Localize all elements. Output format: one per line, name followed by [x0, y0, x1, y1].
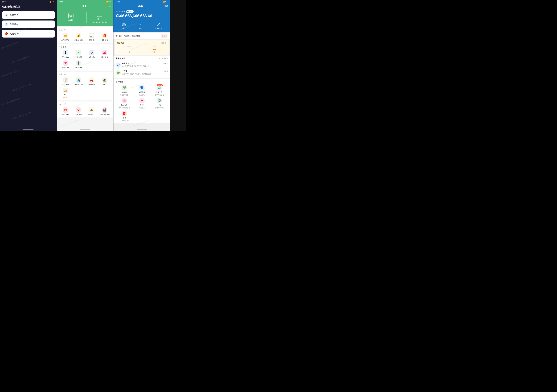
- rec-backup-icon: 💙: [139, 85, 145, 90]
- finance-section-title: 金融理财: [59, 29, 111, 31]
- panel-services: WWW.ABSKOOP.COM WWW.ABSKOOP.COM WWW.ABSK…: [57, 0, 114, 131]
- p2-bottom-bar: [57, 128, 113, 131]
- rights-received: 已领取 +0 元: [142, 45, 167, 53]
- status-bar: 20:05 ▲ 📶 56%: [0, 0, 57, 4]
- p3-back-button[interactable]: ‹: [115, 5, 116, 8]
- insurance-icon: 🎁: [102, 33, 107, 38]
- grid-item-jd[interactable]: 🐷 京东购物: [72, 107, 85, 116]
- service-rec-grid: 💚 充享惠 充值立享上折 💙 备用余额 江湖救急 🎣 每天开奖 钓鱼夺宝 赢99…: [115, 85, 168, 122]
- p3-status-bar: 20:06 ▲ 📶 55%: [114, 0, 170, 4]
- rec-item-redpacket[interactable]: 🧧 红包 送出暖暖心意: [115, 111, 133, 122]
- payment-icon: [68, 13, 74, 18]
- rights-received-unit: 元: [142, 51, 167, 53]
- meituan-icon: 🍱: [89, 107, 94, 113]
- bank-wallet-icon: [5, 32, 8, 35]
- grid-item-brand[interactable]: 🎀 品牌发现: [59, 107, 72, 116]
- brand-icon: 🎀: [63, 107, 68, 113]
- rec-item-transfer[interactable]: 💸 转账 智能批量转钱: [151, 98, 168, 109]
- status-time: 20:05: [2, 1, 6, 3]
- rec-item-flower[interactable]: 🌸 钧敕合花 立即开立支用合花: [115, 98, 133, 109]
- grid-item-train[interactable]: 🚄 火车票机票: [72, 77, 85, 86]
- alipay-wallet-name: 某宝钱包: [10, 23, 19, 26]
- rec-item-family[interactable]: ❤ 亲情卡 送给家人: [133, 98, 151, 109]
- rights-pending-value: 0: [117, 48, 142, 51]
- svg-point-4: [5, 33, 7, 34]
- grid-item-micro[interactable]: 💰 微粒贷借钱: [72, 33, 85, 41]
- grid-item-hotel[interactable]: 🏨 酒店: [98, 77, 111, 86]
- fish-icon: 🎣: [115, 62, 121, 68]
- wallet-item-bank[interactable]: 其它银行: [2, 30, 55, 38]
- p2-payment-item[interactable]: 收付款: [61, 13, 81, 22]
- rec-backup-name: 备用余额: [139, 91, 145, 93]
- shopping-grid: 🎀 品牌发现 🐷 京东购物 🍱 美团外卖 🎬 电影演出赛事: [59, 107, 111, 116]
- qcoin-icon: Q: [89, 50, 94, 55]
- grid-item-credit[interactable]: 💳 信用卡还款: [59, 33, 72, 41]
- p3-nav-title: 余额: [138, 5, 143, 8]
- grid-item-finance[interactable]: 📈 理财通: [85, 33, 98, 41]
- rec-item-enjoy[interactable]: 💚 充享惠 充值立享上折: [115, 85, 133, 96]
- p2-wallet-item[interactable]: 钱包 ¥666,666,666,666.66: [86, 12, 109, 23]
- withdraw-icon: ¥: [139, 22, 143, 27]
- popular-enjoy-action[interactable]: 去看看: [164, 70, 168, 73]
- p2-section-transport: 交通出行 🧭 出行服务 🚄 火车票机票 🚗 滴滴出行 🏨 酒店: [57, 72, 113, 100]
- grid-item-charity[interactable]: ❤ 腾讯公益: [59, 60, 72, 69]
- wallet-hero-icon: [97, 12, 102, 17]
- p2-section-life: 生活服务 📱 手机充值 ✔ 生活缴费 Q Q币充值 🏙 城市服务: [57, 44, 113, 71]
- p2-content: 金融理财 💳 信用卡还款 💰 微粒贷借钱 📈 理财通 🎁 保险服务: [57, 26, 113, 128]
- rec-family-icon: ❤: [139, 98, 145, 103]
- grid-item-medical[interactable]: ➕ 医疗健康: [72, 60, 85, 69]
- p2-back-button[interactable]: ‹: [59, 5, 60, 8]
- promo-goto-button[interactable]: 去看看: [161, 34, 168, 38]
- p3-manage-button[interactable]: 管理: [164, 5, 168, 8]
- micro-icon: 💰: [76, 33, 81, 38]
- rights-card: 额享权益 去查看 › 待领取 0 元 已领取 +0 元: [115, 40, 169, 55]
- medical-icon: ➕: [76, 60, 81, 66]
- grid-item-phone[interactable]: 📱 手机充值: [59, 50, 72, 58]
- promo-text: 🎁 你有一个9999元大红包待抽取: [115, 35, 140, 37]
- p2-more-button[interactable]: ···: [109, 5, 111, 8]
- eye-icon[interactable]: 👁: [123, 11, 125, 13]
- grid-item-qcoin[interactable]: Q Q币充值: [85, 50, 98, 58]
- wallet-item-weixin[interactable]: 某信钱包: [2, 11, 55, 19]
- rec-item-backup[interactable]: 💙 备用余额 江湖救急: [133, 85, 151, 96]
- grid-item-didi[interactable]: 🚗 滴滴出行: [85, 77, 98, 86]
- svg-text:支: 支: [5, 23, 8, 25]
- rec-family-sub: 送给家人: [139, 107, 145, 109]
- popular-item-enjoy[interactable]: 💚 充享惠 上海市***8 使用充享惠进行天猫购物金充值 去看看: [115, 69, 168, 77]
- popular-fish-action[interactable]: 去看看: [164, 62, 168, 65]
- rec-redpacket-name: 红包: [123, 117, 126, 119]
- remaining-space: [170, 0, 186, 131]
- rec-flower-sub: 立即开立支用合花: [119, 107, 130, 109]
- grid-item-city[interactable]: 🏙 城市服务: [98, 50, 111, 58]
- grid-item-travel[interactable]: 🧭 出行服务: [59, 77, 72, 86]
- rec-item-fish2[interactable]: 🎣 每天开奖 钓鱼夺宝 赢9999元红包: [151, 85, 168, 96]
- movie-icon: 🎬: [102, 107, 107, 113]
- grid-item-t3[interactable]: 🚕 T3打车 限时推广: [59, 88, 72, 99]
- train-icon: 🚄: [76, 77, 81, 83]
- p3-action-withdraw[interactable]: ¥ 提现: [139, 22, 143, 30]
- p3-action-recharge[interactable]: 充值: [122, 22, 126, 30]
- p3-battery: 55%: [165, 1, 168, 3]
- travel-icon: 🧭: [63, 77, 68, 83]
- home-indicator: [23, 129, 33, 130]
- grid-item-life[interactable]: ✔ 生活缴费: [72, 50, 85, 58]
- grid-item-meituan[interactable]: 🍱 美团外卖: [85, 107, 98, 116]
- shopping-section-title: 购物消费: [59, 103, 111, 106]
- finance-icon: 📈: [89, 33, 94, 38]
- more-button[interactable]: ⋮: [52, 5, 55, 9]
- wallet-item-alipay[interactable]: 支 某宝钱包: [2, 21, 55, 28]
- p3-time: 20:06: [115, 1, 120, 3]
- grid-item-movie[interactable]: 🎬 电影演出赛事: [98, 107, 111, 116]
- popular-enjoy-desc: 上海市***8 使用充享惠进行天猫购物金充值: [122, 73, 162, 75]
- popular-item-fish[interactable]: 🎣 钓鱼夺宝 漳州市王***珠 参与钓鱼夺宝中奖18.8元 去看看: [115, 61, 168, 69]
- promo-banner-text: 你有一个9999元大红包待抽取: [118, 35, 140, 37]
- p2-home-indicator: [80, 129, 90, 130]
- rec-enjoy-icon: 💚: [122, 85, 127, 90]
- recharge-label: 充值: [122, 27, 126, 30]
- p3-action-free[interactable]: 免 免费额度: [155, 22, 162, 30]
- withdraw-label: 提现: [139, 27, 142, 30]
- rights-more-link[interactable]: 去查看 ›: [161, 42, 167, 44]
- p3-nav: ‹ 余额 管理: [114, 4, 170, 9]
- panel-wallet-simulator: WWW.ABSKOOP.COM WWW.ABSKOOP.COM WWW.ABSK…: [0, 0, 57, 131]
- grid-item-insurance[interactable]: 🎁 保险服务: [98, 33, 111, 41]
